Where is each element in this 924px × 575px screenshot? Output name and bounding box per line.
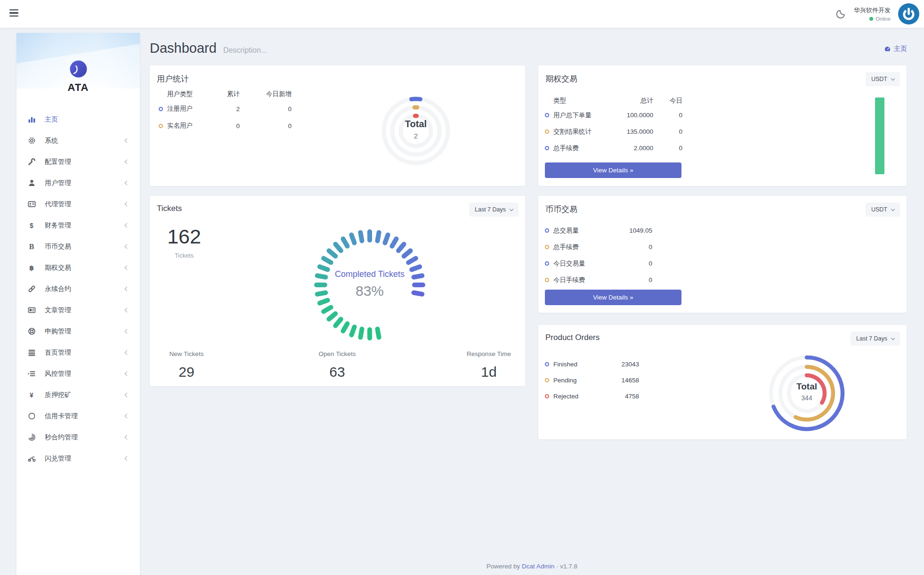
sidebar-item-second-contract[interactable]: 秒合约管理 [16,427,140,448]
range-select[interactable]: Last 7 Days [851,332,900,346]
chevron-left-icon [125,393,130,397]
sidebar-item-home[interactable]: 主页 [16,109,140,130]
bitcoin-icon: ฿ [27,264,36,272]
user-icon [27,179,36,187]
user-menu[interactable]: 华兴软件开发 Online [854,6,891,22]
sidebar-item-coin-trade[interactable]: B 币币交易 [16,236,140,257]
gear-icon [27,137,36,145]
sidebar-item-articles[interactable]: 文章管理 [16,300,140,321]
chevron-down-icon [891,336,895,340]
sidebar-item-perpetual[interactable]: 永续合约 [16,278,140,300]
chevron-down-icon [510,207,513,211]
legend-dot [545,130,549,134]
chevron-left-icon [125,456,130,461]
sidebar-item-agents[interactable]: 代理管理 [16,194,140,215]
online-status-label: Online [875,16,891,22]
legend-dot [545,378,549,382]
sidebar-item-options-trade[interactable]: ฿ 期权交易 [16,257,140,278]
table-row: 用户总下单量 100.0000 0 [545,107,682,123]
footer: Powered by Dcat Admin · v1.7.8 [140,563,924,570]
sidebar-item-credit-card[interactable]: 信用卡管理 [16,405,140,427]
sidebar-item-config[interactable]: 配置管理 [16,151,140,172]
tickets-stat-new: New Tickets 29 [158,350,215,380]
range-select[interactable]: Last 7 Days [469,202,519,217]
table-row: 注册用户 2 0 [159,100,292,117]
top-navbar: 华兴软件开发 Online [0,0,924,28]
gauge-value: 83% [318,283,421,299]
column-header: 类型 [545,97,606,105]
version-label: v1.7.8 [560,563,577,570]
legend-dot [545,394,549,398]
chevron-left-icon [125,435,130,440]
chevron-left-icon [125,329,130,334]
legend-dot [545,113,549,117]
legend-dot [545,146,549,150]
circle-icon [27,412,36,421]
product-orders-polar-chart: Total 344 [767,353,847,433]
card-user-stats: 用户统计 用户类型 累计 今日新增 注册用户 2 0 实名用户 0 0 Tota… [150,65,525,186]
sidebar-item-risk[interactable]: 风控管理 [16,363,140,384]
logo-text: ATA [16,81,140,94]
chevron-down-icon [891,76,895,80]
legend-dot [545,245,549,249]
chevron-left-icon [125,287,130,292]
table-row: 交割结果统计 135.0000 0 [545,123,682,140]
card-coin-trading: 币币交易 USDT 总交易量 1049.05 总手续费 0 今日交易量 0 今日… [538,196,907,313]
view-details-button[interactable]: View Details » [545,290,681,305]
tickets-stat-open: Open Tickets 63 [309,350,365,380]
card-tickets: Tickets Last 7 Days 162 Tickets Complete… [150,196,525,386]
sidebar-menu: 主页 系统 配置管理 用户管理 代理管理 $ 财务管理 [16,109,140,469]
sidebar-item-subscription[interactable]: 申购管理 [16,321,140,342]
sidebar-item-staking[interactable]: ¥ 质押挖矿 [16,384,140,405]
card-title: 期权交易 [545,73,577,84]
tickets-total: 162 Tickets [158,225,210,259]
sidebar: ATA 主页 系统 配置管理 用户管理 代理管理 [16,33,140,575]
sidebar-item-users[interactable]: 用户管理 [16,172,140,194]
indent-list-icon [27,370,36,378]
card-product-orders: Product Orders Last 7 Days Finished 2304… [538,325,907,439]
chevron-left-icon [125,138,130,143]
chevron-left-icon [125,181,130,186]
table-row: 实名用户 0 0 [159,117,292,134]
user-stats-donut-chart: Total 2 [378,93,454,169]
column-header: 用户类型 [159,90,206,98]
legend-dot [545,261,549,266]
chart-total-label: Total [405,119,427,130]
bars-chart-icon [27,115,36,124]
page-title: Dashboard [150,40,217,56]
chevron-left-icon [125,372,130,376]
table-row: 总手续费 2.0000 0 [545,140,682,156]
gauge-icon [884,46,891,53]
link-icon [27,285,36,293]
sidebar-item-system[interactable]: 系统 [16,130,140,151]
chevron-left-icon [125,350,130,355]
dark-mode-icon[interactable] [835,8,846,20]
coil-icon [27,433,36,442]
avatar[interactable] [898,3,919,24]
column-header: 累计 [206,90,240,98]
app-logo [70,60,87,78]
chevron-left-icon [125,414,130,419]
table-row: 今日手续费 0 [545,272,652,288]
view-details-button[interactable]: View Details » [545,162,681,178]
motorcycle-icon [27,454,36,463]
currency-select[interactable]: USDT [866,72,900,86]
column-header: 今日 [653,97,682,105]
dcat-admin-link[interactable]: Dcat Admin [522,563,554,570]
sidebar-item-flash-swap[interactable]: 闪兑管理 [16,448,140,469]
legend-dot [159,124,163,128]
sidebar-item-homepage[interactable]: 首页管理 [16,342,140,363]
sidebar-item-finance[interactable]: $ 财务管理 [16,215,140,236]
chevron-left-icon [125,223,130,228]
chevron-left-icon [125,202,130,207]
chart-total-value: 2 [405,132,427,140]
table-row: 总手续费 0 [545,239,652,255]
sidebar-toggle-icon[interactable] [9,9,18,17]
options-volume-bar [875,97,884,174]
currency-select[interactable]: USDT [866,202,900,217]
breadcrumb[interactable]: 主页 [884,45,907,53]
user-name: 华兴软件开发 [854,6,891,15]
newspaper-icon [27,306,36,315]
table-row: 总交易量 1049.05 [545,222,652,239]
tickets-stat-response: Response Time 1d [461,350,517,380]
